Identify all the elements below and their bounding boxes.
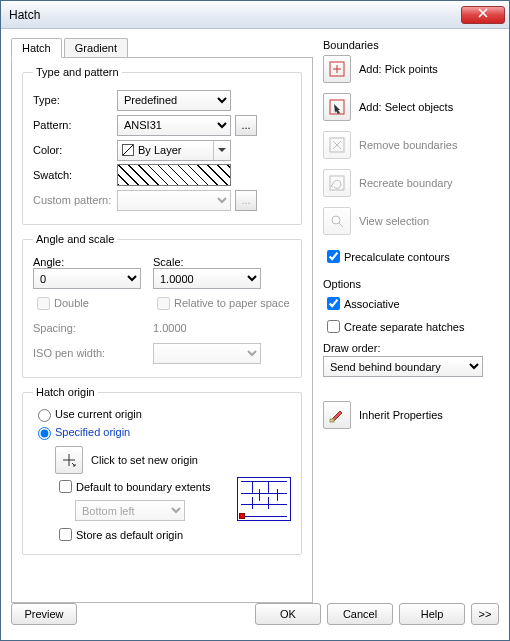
inherit-properties-button[interactable] <box>323 401 351 429</box>
default-extents-checkbox[interactable]: Default to boundary extents <box>55 477 211 496</box>
separate-hatches-checkbox[interactable]: Create separate hatches <box>323 317 464 336</box>
precalc-checkbox[interactable]: Precalculate contours <box>323 247 450 266</box>
pick-points-icon <box>328 60 346 78</box>
angle-scale-legend: Angle and scale <box>33 233 117 245</box>
iso-label: ISO pen width: <box>33 347 153 359</box>
inherit-icon <box>328 406 346 424</box>
pattern-combo[interactable]: ANSI31 <box>117 115 231 136</box>
view-selection-icon <box>328 212 346 230</box>
draw-order-label: Draw order: <box>323 342 499 354</box>
swatch-preview[interactable] <box>117 164 231 186</box>
type-pattern-group: Type and pattern Type: Predefined Patter… <box>22 66 302 225</box>
relative-checkbox: Relative to paper space <box>153 294 290 313</box>
select-objects-icon <box>328 98 346 116</box>
ok-button[interactable]: OK <box>255 603 321 625</box>
bylayer-swatch-icon <box>122 144 134 156</box>
select-objects-label: Add: Select objects <box>359 101 453 113</box>
iso-combo <box>153 343 261 364</box>
options-label: Options <box>323 278 499 290</box>
set-origin-label: Click to set new origin <box>91 454 198 466</box>
swatch-label: Swatch: <box>33 169 117 181</box>
svg-rect-5 <box>330 419 334 422</box>
preview-button[interactable]: Preview <box>11 603 77 625</box>
associative-checkbox[interactable]: Associative <box>323 294 400 313</box>
custom-pattern-combo <box>117 190 231 211</box>
pick-points-button[interactable] <box>323 55 351 83</box>
view-selection-label: View selection <box>359 215 429 227</box>
draw-order-combo[interactable]: Send behind boundary <box>323 356 483 377</box>
remove-boundaries-label: Remove boundaries <box>359 139 457 151</box>
pick-points-label: Add: Pick points <box>359 63 438 75</box>
chevron-down-icon <box>213 141 230 160</box>
tab-panel: Type and pattern Type: Predefined Patter… <box>11 57 313 603</box>
recreate-boundary-label: Recreate boundary <box>359 177 453 189</box>
custom-pattern-browse-button: ... <box>235 190 257 211</box>
origin-dot-icon <box>239 513 245 519</box>
store-default-checkbox[interactable]: Store as default origin <box>55 525 183 544</box>
pattern-label: Pattern: <box>33 119 117 131</box>
set-origin-button[interactable] <box>55 446 83 474</box>
color-combo[interactable]: By Layer <box>117 140 231 161</box>
select-objects-button[interactable] <box>323 93 351 121</box>
hatch-origin-group: Hatch origin Use current origin Specifie… <box>22 386 302 555</box>
svg-point-4 <box>332 216 340 224</box>
window-title: Hatch <box>9 8 461 22</box>
angle-combo[interactable]: 0 <box>33 268 141 289</box>
type-label: Type: <box>33 94 117 106</box>
type-combo[interactable]: Predefined <box>117 90 231 111</box>
hatch-origin-legend: Hatch origin <box>33 386 98 398</box>
origin-position-combo: Bottom left <box>75 500 185 521</box>
boundaries-label: Boundaries <box>323 39 499 51</box>
origin-preview <box>237 477 291 521</box>
custom-pattern-label: Custom pattern: <box>33 194 117 206</box>
crosshair-icon <box>61 452 77 468</box>
help-button[interactable]: Help <box>399 603 465 625</box>
recreate-boundary-button <box>323 169 351 197</box>
angle-scale-group: Angle and scale Angle: 0 Scale: 1.0000 D… <box>22 233 302 378</box>
remove-boundaries-icon <box>328 136 346 154</box>
close-button[interactable] <box>461 6 505 24</box>
tab-hatch[interactable]: Hatch <box>11 38 62 58</box>
inherit-properties-label: Inherit Properties <box>359 409 443 421</box>
pattern-browse-button[interactable]: ... <box>235 115 257 136</box>
scale-label: Scale: <box>153 256 261 268</box>
titlebar: Hatch <box>1 1 509 29</box>
color-label: Color: <box>33 144 117 156</box>
use-current-origin-radio[interactable]: Use current origin <box>33 406 142 422</box>
angle-label: Angle: <box>33 256 153 268</box>
scale-combo[interactable]: 1.0000 <box>153 268 261 289</box>
remove-boundaries-button <box>323 131 351 159</box>
more-options-button[interactable]: >> <box>471 603 499 625</box>
type-pattern-legend: Type and pattern <box>33 66 122 78</box>
color-value: By Layer <box>138 144 181 156</box>
close-icon <box>478 8 488 18</box>
tab-gradient[interactable]: Gradient <box>64 38 128 57</box>
double-checkbox: Double <box>33 294 153 313</box>
view-selection-button <box>323 207 351 235</box>
specified-origin-radio[interactable]: Specified origin <box>33 424 130 440</box>
recreate-boundary-icon <box>328 174 346 192</box>
spacing-label: Spacing: <box>33 322 153 334</box>
spacing-value: 1.0000 <box>153 322 187 334</box>
cancel-button[interactable]: Cancel <box>327 603 393 625</box>
